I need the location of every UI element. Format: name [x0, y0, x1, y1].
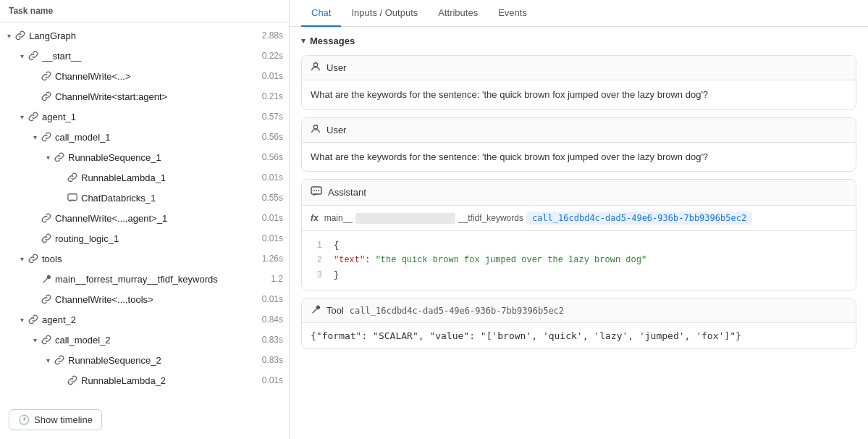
message-body: What are the keywords for the sentence: … — [302, 143, 856, 172]
node-time: 0.56s — [262, 152, 283, 162]
chevron-icon — [29, 334, 41, 346]
func-name-part1: main__ — [324, 213, 353, 223]
chevron-icon — [29, 131, 41, 143]
json-key: "text" — [334, 255, 365, 265]
message-body: What are the keywords for the sentence: … — [302, 80, 856, 109]
tree-node-routing_logic1[interactable]: routing_logic_10.01s — [0, 228, 289, 248]
user-icon — [311, 124, 321, 136]
node-time: 0.57s — [262, 112, 283, 122]
tree-node-start[interactable]: __start__0.22s — [0, 46, 289, 66]
svg-point-5 — [316, 190, 317, 191]
chevron-icon — [3, 30, 14, 41]
chevron-icon — [16, 253, 28, 264]
tree-node-channelwrite_start[interactable]: ChannelWrite<start:agent>0.21s — [0, 86, 289, 106]
node-time: 1.26s — [262, 254, 283, 264]
tree-node-channelwrite_agent1[interactable]: ChannelWrite<...,agent>_10.01s — [0, 208, 289, 228]
function-call-bar[interactable]: fx main__ __tfidf_keywords call_16cdbd4c… — [302, 206, 856, 231]
func-name-part2: __tfidf_keywords — [458, 213, 523, 223]
link-icon — [41, 70, 52, 82]
link-icon — [28, 50, 39, 62]
link-icon — [41, 212, 52, 224]
tree-node-agent2[interactable]: agent_20.84s — [0, 309, 289, 330]
node-label: call_model_1 — [55, 132, 258, 143]
chevron-icon — [42, 354, 54, 366]
chevron-icon — [16, 314, 28, 325]
tree-node-runnablelambda1[interactable]: RunnableLambda_10.01s — [0, 167, 289, 188]
assistant-icon — [311, 185, 322, 199]
tree-node-runnablelambda2[interactable]: RunnableLambda_20.01s — [0, 370, 289, 390]
link-icon — [41, 293, 52, 305]
svg-rect-0 — [68, 194, 77, 201]
node-label: RunnableLambda_2 — [81, 375, 258, 386]
code-line: 1{ — [311, 238, 847, 253]
messages-label: Messages — [310, 35, 355, 46]
node-time: 0.01s — [262, 172, 283, 183]
node-time: 1.2 — [271, 274, 283, 284]
node-label: call_model_2 — [55, 335, 258, 346]
right-content: ▾ Messages UserWhat are the keywords for… — [290, 27, 868, 439]
tree-node-call_model2[interactable]: call_model_20.83s — [0, 330, 289, 350]
tab-attributes[interactable]: Attributes — [428, 0, 488, 27]
code-line: 2 "text": "the quick brown fox jumped ov… — [311, 253, 847, 267]
link-icon — [28, 253, 39, 264]
show-timeline-button[interactable]: 🕐 Show timeline — [9, 409, 102, 430]
chevron-icon — [16, 50, 28, 62]
node-time: 0.56s — [262, 132, 283, 142]
tab-inputs---outputs[interactable]: Inputs / Outputs — [341, 0, 428, 27]
node-label: agent_1 — [42, 112, 258, 122]
tool-call-id: call_16cdbd4c-dad5-49e6-936b-7bb9396b5ec… — [350, 306, 564, 316]
message-header: User — [302, 118, 856, 143]
tree-node-channelwrite_tools[interactable]: ChannelWrite<...,tools>0.01s — [0, 289, 289, 309]
tree-node-main_forrest[interactable]: main__forrest_murray__tfidf_keywords1.2 — [0, 269, 289, 289]
node-time: 0.01s — [262, 71, 283, 81]
tree-node-channelwrite1[interactable]: ChannelWrite<...>0.01s — [0, 66, 289, 86]
link-icon — [67, 375, 78, 386]
node-time: 0.83s — [262, 355, 283, 365]
link-icon — [41, 233, 52, 244]
tool-header: Tool call_16cdbd4c-dad5-49e6-936b-7bb939… — [302, 298, 856, 323]
tab-chat[interactable]: Chat — [301, 0, 341, 27]
node-time: 0.01s — [262, 213, 283, 223]
tool-icon — [311, 304, 321, 317]
tree-node-runnableseq2[interactable]: RunnableSequence_20.83s — [0, 350, 289, 370]
node-label: main__forrest_murray__tfidf_keywords — [55, 274, 266, 285]
tree-node-runnableseq1[interactable]: RunnableSequence_10.56s — [0, 147, 289, 167]
node-label: RunnableSequence_1 — [68, 152, 258, 163]
messages-header[interactable]: ▾ Messages — [301, 35, 856, 46]
code-line: 3} — [311, 268, 847, 283]
node-label: agent_2 — [42, 314, 258, 325]
show-timeline-label: Show timeline — [34, 414, 93, 425]
tree-node-call_model1[interactable]: call_model_10.56s — [0, 127, 289, 147]
code-block: 1{2 "text": "the quick brown fox jumped … — [302, 231, 856, 290]
message-role: User — [326, 125, 346, 135]
assistant-card: Assistant fx main__ __tfidf_keywords cal… — [301, 179, 856, 290]
right-panel: ChatInputs / OutputsAttributesEvents ▾ M… — [290, 0, 868, 439]
func-call-id: call_16cdbd4c-dad5-49e6-936b-7bb9396b5ec… — [526, 212, 752, 225]
chevron-icon — [29, 91, 41, 102]
node-time: 0.01s — [262, 375, 283, 385]
svg-point-2 — [313, 125, 317, 128]
task-tree: LangGraph2.88s __start__0.22s ChannelWri… — [0, 22, 289, 439]
node-label: ChannelWrite<...> — [55, 71, 258, 82]
tab-events[interactable]: Events — [488, 0, 537, 27]
tree-node-tools[interactable]: tools1.26s — [0, 248, 289, 269]
tree-node-agent1[interactable]: agent_10.57s — [0, 106, 289, 127]
node-time: 0.83s — [262, 335, 283, 345]
left-panel: Task name LangGraph2.88s __start__0.22s … — [0, 0, 290, 439]
message-role: User — [326, 62, 346, 73]
chevron-icon — [29, 212, 41, 224]
tree-node-chatdatabricks1[interactable]: ChatDatabricks_10.55s — [0, 188, 289, 208]
message-header: User — [302, 56, 856, 80]
node-label: ChannelWrite<...,tools> — [55, 294, 258, 305]
node-label: tools — [42, 254, 258, 264]
tree-node-langgraph[interactable]: LangGraph2.88s — [0, 25, 289, 46]
tabs-header: ChatInputs / OutputsAttributesEvents — [290, 0, 868, 27]
chevron-icon — [29, 70, 41, 82]
chevron-icon — [29, 293, 41, 305]
link-icon — [28, 111, 39, 122]
node-label: RunnableSequence_2 — [68, 355, 258, 366]
svg-point-1 — [313, 63, 317, 67]
node-time: 0.01s — [262, 294, 283, 304]
tool-card: Tool call_16cdbd4c-dad5-49e6-936b-7bb939… — [301, 298, 856, 349]
chevron-icon — [29, 273, 41, 285]
